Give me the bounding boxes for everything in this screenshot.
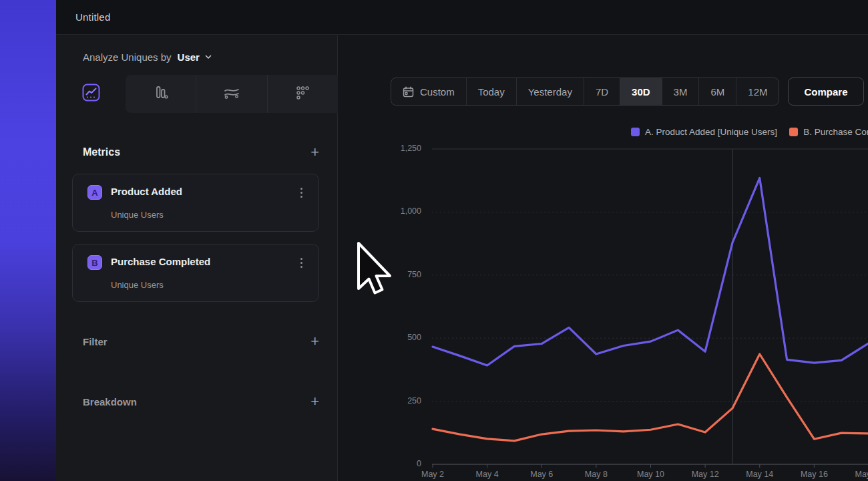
metrics-header: Metrics + [83,146,319,159]
range-yesterday-button[interactable]: Yesterday [516,78,584,105]
x-tick-label: May 16 [801,470,828,479]
metric-badge-a: A [87,185,102,200]
document-title: Untitled [75,11,110,23]
chart-panel: Custom Today Yesterday 7D 30D 3M 6M 12M … [339,35,868,481]
line-chart-icon [82,84,100,104]
y-tick-label: 250 [381,396,421,406]
range-6m-button[interactable]: 6M [698,78,736,105]
metric-card-a[interactable]: A Product Added Unique Users [72,174,319,232]
x-tick-label: May 6 [530,470,553,479]
y-tick-label: 500 [381,333,421,342]
legend-label-b: B. Purchase Completed [Unique Users] [803,127,868,137]
metric-name: Product Added [111,186,182,197]
compare-button[interactable]: Compare [788,77,863,106]
metric-measure: Unique Users [111,210,164,220]
range-3m-button[interactable]: 3M [662,78,699,105]
range-custom-button[interactable]: Custom [391,78,466,105]
legend-swatch-b [789,128,798,136]
chevron-down-icon[interactable] [204,53,212,61]
y-tick-label: 0 [381,459,421,468]
range-12m-button[interactable]: 12M [736,78,779,105]
range-7d-button[interactable]: 7D [584,78,620,105]
bar-chart-icon [152,84,170,104]
x-tick-label: May 8 [585,470,608,479]
date-range-bar: Custom Today Yesterday 7D 30D 3M 6M 12M … [391,77,864,106]
tab-line-chart[interactable] [56,75,126,113]
kebab-menu-icon[interactable] [295,186,307,199]
tab-flow[interactable] [196,75,266,113]
analyze-by-value[interactable]: User [178,51,200,63]
metric-measure: Unique Users [111,280,164,290]
x-tick-label: May 14 [746,470,773,479]
app-window: Untitled Analyze Uniques by User [56,0,868,481]
tab-bar-chart[interactable] [126,75,196,113]
chart-type-tabs [56,75,338,113]
breakdown-header: Breakdown + [83,395,319,408]
metric-badge-b: B [87,255,102,270]
analyze-by-row: Analyze Uniques by User [83,49,212,65]
funnel-dots-icon [294,84,311,104]
background-gradient-strip [0,0,56,481]
mouse-cursor [357,241,393,300]
top-bar: Untitled [56,0,868,35]
x-tick-label: May 18 [855,470,868,479]
x-tick-label: May 12 [692,470,719,479]
inactive-tabs-group [126,75,338,113]
tab-funnel[interactable] [267,75,338,113]
y-tick-label: 1,250 [381,144,421,153]
filter-header: Filter + [83,335,319,348]
metric-card-b[interactable]: B Purchase Completed Unique Users [72,244,319,302]
x-tick-label: May 4 [476,470,499,479]
screenshot-stage: Untitled Analyze Uniques by User [0,0,868,481]
analyze-by-label: Analyze Uniques by [83,51,172,63]
add-filter-button[interactable]: + [310,335,319,348]
x-tick-label: May 2 [421,470,444,479]
y-tick-label: 1,000 [381,206,421,216]
add-metric-button[interactable]: + [310,146,319,159]
query-sidebar: Analyze Uniques by User [56,35,338,481]
range-today-button[interactable]: Today [466,78,516,105]
range-30d-button[interactable]: 30D [620,78,662,105]
legend-label-a: A. Product Added [Unique Users] [645,127,777,137]
legend-item-b: B. Purchase Completed [Unique Users] [789,127,868,137]
x-tick-label: May 10 [637,470,664,479]
kebab-menu-icon[interactable] [295,256,307,269]
metric-name: Purchase Completed [111,256,210,267]
filter-heading: Filter [83,336,107,347]
metrics-heading: Metrics [83,146,120,158]
calendar-icon [403,86,414,98]
legend-item-a: A. Product Added [Unique Users] [631,127,777,137]
line-chart[interactable] [432,149,868,464]
add-breakdown-button[interactable]: + [310,395,319,408]
date-range-group: Custom Today Yesterday 7D 30D 3M 6M 12M [391,77,779,106]
breakdown-heading: Breakdown [83,396,137,408]
flow-streams-icon [222,84,241,104]
chart-legend: A. Product Added [Unique Users] B. Purch… [631,127,868,137]
legend-swatch-a [631,128,640,136]
